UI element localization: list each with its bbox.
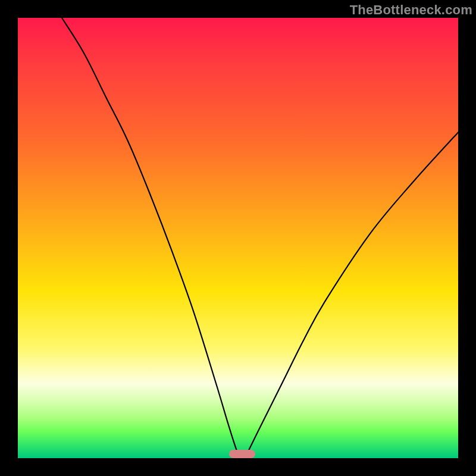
vertex-marker (229, 450, 255, 458)
bottleneck-curve (18, 18, 458, 458)
chart-frame: TheBottleneck.com (0, 0, 476, 476)
curve-path (62, 18, 458, 458)
watermark-text: TheBottleneck.com (350, 2, 472, 18)
